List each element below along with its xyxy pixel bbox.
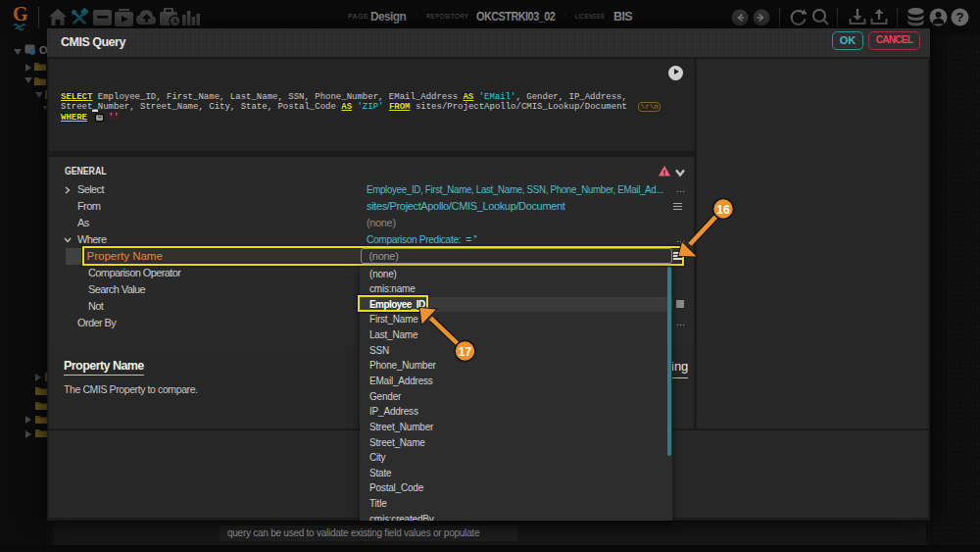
svg-text:?: ? [956, 10, 964, 25]
